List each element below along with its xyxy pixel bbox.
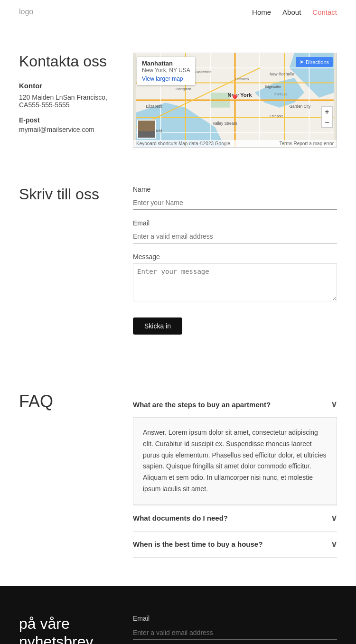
office-label: Kontor [19, 82, 114, 90]
email-value: mymail@mailservice.com [19, 126, 114, 133]
name-input[interactable] [133, 196, 337, 210]
faq-question-text-3: When is the best time to buy a house? [133, 540, 262, 548]
email-input[interactable] [133, 230, 337, 243]
email-form-label: Email [133, 219, 337, 227]
email-label: E-post [19, 116, 114, 124]
newsletter-heading-text: på våre nyhetsbrev [19, 615, 94, 644]
form-left: Skriv till oss [19, 186, 114, 335]
name-label: Name [133, 186, 337, 193]
faq-question-3[interactable]: When is the best time to buy a house? ∨ [133, 532, 337, 557]
map-location: Manhattan [142, 60, 190, 67]
faq-question-text-1: What are the steps to buy an apartment? [133, 401, 271, 409]
svg-text:Hoboken: Hoboken [235, 77, 249, 81]
faq-heading: FAQ [19, 392, 114, 411]
faq-answer-1: Answer. Lorem ipsum dolor sit amet, cons… [133, 417, 337, 505]
contact-heading: Kontakta oss [19, 53, 114, 70]
faq-right: What are the steps to buy an apartment? … [133, 392, 337, 558]
email-group: Email [133, 219, 337, 243]
name-group: Name [133, 186, 337, 210]
faq-chevron-3: ∨ [331, 539, 337, 550]
svg-text:Edgewater: Edgewater [265, 84, 281, 89]
faq-section: FAQ What are the steps to buy an apartme… [0, 363, 356, 586]
message-label: Message [133, 253, 337, 261]
faq-item-3: When is the best time to buy a house? ∨ [133, 532, 337, 558]
svg-point-32 [233, 94, 237, 99]
nav-contact[interactable]: Contact [312, 8, 337, 16]
svg-text:New York: New York [227, 92, 252, 98]
map-street-view [137, 120, 156, 139]
message-textarea[interactable] [133, 263, 337, 301]
faq-item-1: What are the steps to buy an apartment? … [133, 392, 337, 505]
svg-text:Freeport: Freeport [270, 114, 283, 118]
logo: logo [19, 8, 33, 16]
view-larger-map[interactable]: View larger map [142, 75, 190, 82]
svg-text:Livingston: Livingston [176, 87, 191, 91]
directions-icon: ➤ [300, 59, 304, 65]
nav-home[interactable]: Home [252, 8, 271, 16]
newsletter-inner: på våre nyhetsbrev Email Skicka in [19, 615, 337, 644]
map-footer-left: Keyboard shortcuts Map data ©2023 Google [136, 141, 230, 146]
faq-item-2: What documents do I need? ∨ [133, 505, 337, 532]
map-sublocation: New York, NY USA [142, 67, 190, 74]
faq-chevron-2: ∨ [331, 513, 337, 523]
svg-text:Fort Lee: Fort Lee [274, 92, 287, 96]
faq-question-text-2: What documents do I need? [133, 514, 228, 522]
svg-text:Valley Stream: Valley Stream [213, 121, 237, 126]
zoom-in-button[interactable]: + [322, 107, 332, 117]
directions-button[interactable]: ➤ Directions [296, 57, 333, 67]
map-zoom: + − [321, 106, 333, 128]
svg-text:New Rochelle: New Rochelle [270, 72, 294, 76]
contact-info: Kontakta oss Kontor 120 Maiden LnSan Fra… [19, 53, 114, 148]
form-heading: Skriv till oss [19, 186, 114, 203]
svg-text:Garden City: Garden City [290, 104, 311, 109]
map-container: New York Newark New Rochelle Garden City… [133, 53, 337, 148]
nav-links: Home About Contact [252, 8, 337, 16]
form-right: Name Email Message Skicka in [133, 186, 337, 335]
navbar: logo Home About Contact [0, 0, 356, 24]
message-group: Message [133, 253, 337, 303]
newsletter-email-input[interactable] [133, 626, 337, 640]
form-section: Skriv till oss Name Email Message Skicka… [0, 167, 356, 363]
faq-question-1[interactable]: What are the steps to buy an apartment? … [133, 392, 337, 417]
svg-text:Elizabeth: Elizabeth [146, 104, 162, 109]
contact-section: Kontakta oss Kontor 120 Maiden LnSan Fra… [0, 24, 356, 167]
directions-label: Directions [306, 59, 329, 65]
faq-question-2[interactable]: What documents do I need? ∨ [133, 505, 337, 531]
zoom-out-button[interactable]: − [322, 117, 332, 128]
newsletter-right: Email Skicka in [133, 615, 337, 644]
newsletter-left: på våre nyhetsbrev [19, 615, 114, 644]
svg-text:Bloomfield: Bloomfield [196, 70, 212, 74]
faq-chevron-1: ∨ [331, 399, 337, 410]
nav-about[interactable]: About [282, 8, 301, 16]
newsletter-email-label: Email [133, 615, 337, 622]
map-footer-right: Terms Report a map error [280, 141, 334, 146]
map-overlay: Manhattan New York, NY USA View larger m… [137, 57, 195, 85]
office-address: 120 Maiden LnSan Francisco, CA555-555-55… [19, 93, 114, 109]
form-submit-button[interactable]: Skicka in [133, 317, 182, 335]
newsletter-heading: på våre nyhetsbrev [19, 615, 114, 644]
map-footer: Keyboard shortcuts Map data ©2023 Google… [133, 140, 337, 147]
svg-rect-34 [138, 131, 155, 138]
newsletter-section: på våre nyhetsbrev Email Skicka in [0, 586, 356, 644]
faq-left: FAQ [19, 392, 114, 558]
